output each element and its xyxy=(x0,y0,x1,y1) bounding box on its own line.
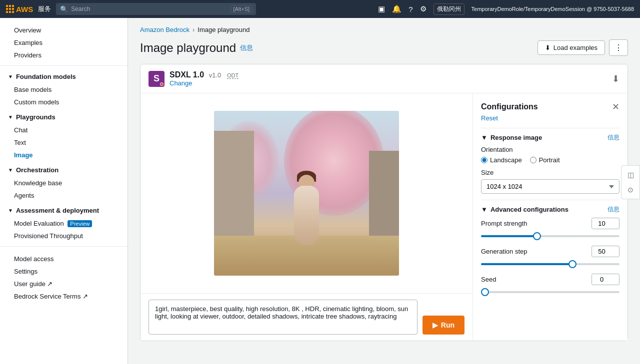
sidebar-item-model-access[interactable]: Model access xyxy=(0,253,128,265)
breadcrumb-separator: › xyxy=(192,26,194,33)
more-options-button[interactable]: ⋮ xyxy=(609,39,628,56)
breadcrumb: Amazon Bedrock › Image playground xyxy=(140,26,628,33)
prompt-input[interactable]: 1girl, masterpiece, best quality, high r… xyxy=(148,300,418,335)
sidebar-assessment-label: Assessment & deployment xyxy=(16,207,99,214)
aws-logo[interactable]: AWS xyxy=(6,5,33,13)
seed-slider[interactable] xyxy=(481,291,620,293)
sidebar-section-assessment-header[interactable]: ▼ Assessment & deployment xyxy=(0,204,128,217)
terminal-icon[interactable]: ▣ xyxy=(378,4,385,13)
sidebar-item-base-models[interactable]: Base models xyxy=(0,83,128,96)
sidebar-item-provisioned-throughput[interactable]: Provisioned Throughput xyxy=(0,230,128,242)
help-icon[interactable]: ? xyxy=(408,5,412,13)
sidebar-playgrounds-label: Playgrounds xyxy=(16,113,56,121)
sidebar-item-overview[interactable]: Overview xyxy=(0,24,128,36)
generation-step-value-input[interactable] xyxy=(592,246,620,257)
response-image-info[interactable]: 信息 xyxy=(608,133,620,142)
sidebar-item-bedrock-terms[interactable]: Bedrock Service Terms ↗ xyxy=(0,290,128,303)
config-close-button[interactable]: ✕ xyxy=(612,101,620,112)
size-label: Size xyxy=(481,169,620,176)
radio-portrait[interactable]: Portrait xyxy=(530,156,560,164)
card-body: 1girl, masterpiece, best quality, high r… xyxy=(140,93,628,341)
model-odt[interactable]: ODT xyxy=(227,72,238,79)
collapse-arrow-4: ▼ xyxy=(8,208,13,213)
sidebar-item-image[interactable]: Image xyxy=(0,149,128,161)
radio-landscape-input[interactable] xyxy=(481,157,488,163)
generated-image xyxy=(214,111,399,276)
sidebar-item-examples[interactable]: Examples xyxy=(0,36,128,49)
settings-icon[interactable]: ⚙ xyxy=(420,4,426,13)
download-icon[interactable]: ⬇ xyxy=(612,73,620,84)
sidebar-bottom: Model access Settings User guide ↗ Bedro… xyxy=(0,251,128,305)
model-change-link[interactable]: Change xyxy=(170,79,607,87)
image-area xyxy=(140,93,472,293)
prompt-strength-value-input[interactable] xyxy=(592,218,620,229)
model-status-dot xyxy=(160,82,164,86)
radio-group: Landscape Portrait xyxy=(481,156,620,164)
size-select[interactable]: 1024 x 1024 512 x 512 768 x 768 xyxy=(481,179,620,194)
sidebar-item-custom-models[interactable]: Custom models xyxy=(0,96,128,108)
prompt-strength-header: Prompt strength xyxy=(481,218,620,229)
seed-label: Seed xyxy=(481,276,496,283)
aws-grid-icon xyxy=(6,5,14,13)
sidebar-item-user-guide[interactable]: User guide ↗ xyxy=(0,278,128,290)
portrait-label: Portrait xyxy=(539,156,560,164)
sidebar-item-providers[interactable]: Providers xyxy=(0,49,128,61)
sidebar: Overview Examples Providers ▼ Foundation… xyxy=(0,18,128,364)
search-input[interactable] xyxy=(71,5,228,12)
sidebar-item-text[interactable]: Text xyxy=(0,136,128,149)
advanced-info[interactable]: 信息 xyxy=(608,205,620,214)
breadcrumb-current: Image playground xyxy=(198,26,250,33)
seed-value-input[interactable] xyxy=(592,274,620,285)
sidebar-section-foundation-models-header[interactable]: ▼ Foundation models xyxy=(0,70,128,83)
prompt-strength-slider[interactable] xyxy=(481,235,620,237)
sidebar-item-chat[interactable]: Chat xyxy=(0,124,128,136)
sidebar-item-agents[interactable]: Agents xyxy=(0,189,128,202)
generation-step-group: Generation step xyxy=(481,246,620,267)
run-label: Run xyxy=(441,321,454,329)
right-icon-2[interactable]: ⊙ xyxy=(624,183,638,197)
card-header: S SDXL 1.0 v1.0 ODT Change ⬇ xyxy=(140,64,628,93)
region-selector[interactable]: 俄勒冈州 xyxy=(434,3,464,15)
generation-step-label: Generation step xyxy=(481,248,528,255)
advanced-section-header[interactable]: ▼ Advanced configurations 信息 xyxy=(481,205,620,214)
generation-step-slider[interactable] xyxy=(481,263,620,265)
prompt-strength-group: Prompt strength xyxy=(481,218,620,239)
collapse-arrow: ▼ xyxy=(8,74,13,79)
bell-icon[interactable]: 🔔 xyxy=(392,4,402,13)
radio-portrait-input[interactable] xyxy=(530,157,536,163)
sidebar-section-orchestration-header[interactable]: ▼ Orchestration xyxy=(0,163,128,177)
landscape-label: Landscape xyxy=(490,156,522,164)
search-bar[interactable]: 🔍 [Alt+S] xyxy=(56,3,256,15)
sidebar-section-label: Foundation models xyxy=(16,73,76,80)
page-info-icon[interactable]: 信息 xyxy=(240,43,253,52)
run-button[interactable]: ▶ Run xyxy=(422,316,464,335)
breadcrumb-parent[interactable]: Amazon Bedrock xyxy=(140,26,190,33)
config-title: Configurations xyxy=(481,102,538,111)
account-selector[interactable]: TemporaryDemoRole/TemporaryDemoSession @… xyxy=(472,6,634,12)
sidebar-divider-1 xyxy=(0,65,128,66)
model-name-row: SDXL 1.0 v1.0 ODT xyxy=(170,70,607,79)
sidebar-item-knowledge-base[interactable]: Knowledge base xyxy=(0,177,128,189)
sidebar-item-settings[interactable]: Settings xyxy=(0,265,128,278)
nav-icons: ▣ 🔔 ? ⚙ 俄勒冈州 TemporaryDemoRole/Temporary… xyxy=(378,3,634,15)
sidebar-item-model-eval[interactable]: Model Evaluation Preview xyxy=(0,217,128,230)
load-examples-button[interactable]: ⬇ Load examples xyxy=(538,40,605,55)
response-image-section-header[interactable]: ▼ Response image 信息 xyxy=(481,133,620,142)
right-icon-1[interactable]: ◫ xyxy=(624,168,638,182)
app-layout: Overview Examples Providers ▼ Foundation… xyxy=(0,18,640,364)
scene-figure xyxy=(289,166,324,246)
model-info: SDXL 1.0 v1.0 ODT Change xyxy=(170,70,607,87)
response-image-label: Response image xyxy=(490,134,542,141)
collapse-arrow-2: ▼ xyxy=(8,114,13,120)
response-image-arrow: ▼ xyxy=(481,134,488,141)
model-icon: S xyxy=(148,71,164,87)
sidebar-section-playgrounds-header[interactable]: ▼ Playgrounds xyxy=(0,110,128,124)
orientation-label: Orientation xyxy=(481,146,620,153)
scene-background xyxy=(214,111,399,276)
left-panel: 1girl, masterpiece, best quality, high r… xyxy=(140,93,472,341)
collapse-arrow-3: ▼ xyxy=(8,167,13,173)
play-icon: ▶ xyxy=(432,321,438,329)
radio-landscape[interactable]: Landscape xyxy=(481,156,522,164)
config-reset-link[interactable]: Reset xyxy=(481,114,620,122)
config-divider-2 xyxy=(481,200,620,200)
